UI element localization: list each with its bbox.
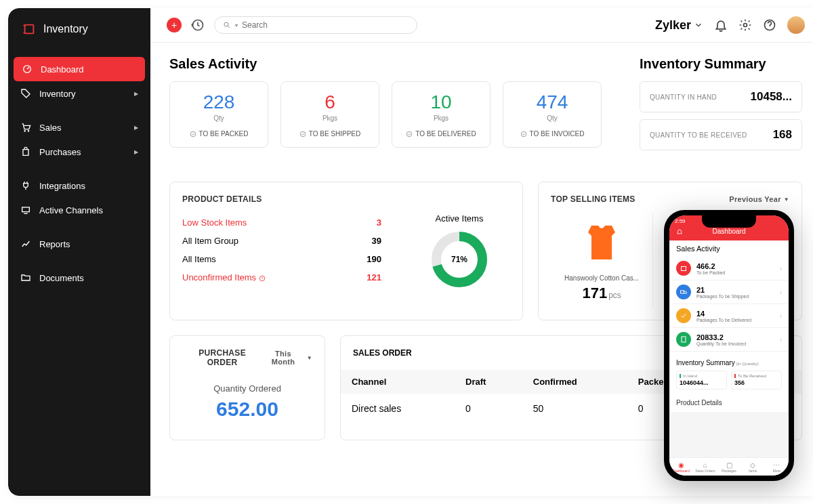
sa-card-invoiced[interactable]: 474 Qty TO BE INVOICED [503,81,602,148]
sa-card-delivered[interactable]: 10 Pkgs TO BE DELIVERED [392,81,491,148]
sa-value: 10 [404,91,478,113]
pd-item-group[interactable]: All Item Group39 [182,232,381,250]
active-items-donut: 71% [429,229,490,290]
ph-tab-sales[interactable]: ⌂Sales Orders [693,461,717,473]
sidebar-item-purchases[interactable]: Purchases ▶ [8,140,150,164]
check-icon [676,308,691,323]
so-td: 50 [522,394,627,423]
search-icon [223,21,231,29]
box-icon [676,261,691,276]
brand-text: Inventory [43,23,88,35]
sidebar-item-label: Dashboard [41,64,84,75]
sidebar-item-label: Sales [39,123,62,133]
top-selling-filter[interactable]: Previous Year ▼ [729,195,789,203]
ph-product-details: Product Details [669,394,789,412]
ts-unit: pcs [608,291,621,300]
svg-point-11 [521,131,526,137]
ph-tabbar: ◉Dashboard ⌂Sales Orders ▢Packages ◇Item… [669,457,789,476]
channel-icon [20,205,31,215]
truck-icon [676,285,691,299]
sidebar-item-reports[interactable]: Reports [8,232,150,256]
sidebar-item-inventory[interactable]: Inventory ▶ [8,81,150,106]
search-box[interactable]: ▾ [214,16,417,34]
ph-tab-items[interactable]: ◇Items [741,461,765,473]
ph-time: 2:59 [675,218,686,224]
so-th: Confirmed [522,370,627,394]
purchase-order-card: PURCHASE ORDER This Month ▼ Quantity Ord… [169,335,325,440]
ph-inv-to-receive: To Be Received 356 [731,371,782,390]
chevron-right-icon: ▶ [134,149,138,155]
chevron-down-icon [694,20,703,30]
sa-label: TO BE SHIPPED [309,130,361,138]
sa-card-shipped[interactable]: 6 Pkgs TO BE SHIPPED [280,81,379,148]
ts-item-1[interactable]: Hanswooly Cotton Cas... 171pcs [551,213,653,308]
inv-value: 168 [773,128,792,142]
sidebar-item-sales[interactable]: Sales ▶ [8,115,150,140]
check-circle-icon [190,131,196,138]
ph-item-shipped[interactable]: 21Packages To be Shipped › [669,280,789,304]
inv-label: QUANTITY IN HAND [650,93,717,101]
search-scope-caret: ▾ [235,22,238,28]
po-filter[interactable]: This Month ▼ [262,350,312,366]
ph-item-invoiced[interactable]: 20833.2Quantity To be Invoiced › [669,328,789,352]
cart-icon: ⌂ [693,461,717,469]
chevron-right-icon: › [780,265,782,272]
box-icon: ▢ [717,461,741,469]
inventory-summary-title: Inventory Summary [640,56,802,72]
sidebar-item-integrations[interactable]: Integrations [8,173,150,198]
tag-icon: ◇ [741,461,765,469]
active-items-label: Active Items [409,213,510,224]
product-details-title: PRODUCT DETAILS [182,194,510,204]
more-icon: ⋯ [765,461,789,469]
ph-tab-dashboard[interactable]: ◉Dashboard [669,461,693,473]
ph-item-delivered[interactable]: 14Packages To be Delivered › [669,304,789,328]
svg-point-6 [744,24,747,27]
ph-header-title: Dashboard [713,228,746,235]
receipt-icon [676,332,691,347]
org-switcher[interactable]: Zylker [655,18,703,33]
sidebar: Inventory Dashboard Inventory ▶ Sales ▶ … [8,8,150,496]
product-details-card: PRODUCT DETAILS Low Stock Items3 All Ite… [169,182,523,320]
sales-activity-section: Sales Activity 228 Qty TO BE PACKED 6 Pk… [169,56,602,157]
tag-icon [20,88,31,99]
brand: Inventory [8,22,150,49]
help-icon[interactable] [763,18,776,32]
sidebar-item-active-channels[interactable]: Active Channels [8,198,150,222]
history-icon[interactable] [191,18,205,32]
chevron-right-icon: ▶ [134,125,138,131]
inv-value: 10458... [751,90,792,104]
so-td: 0 [455,394,522,423]
sidebar-item-dashboard[interactable]: Dashboard [14,57,145,81]
ph-tab-packages[interactable]: ▢Packages [717,461,741,473]
search-input[interactable] [242,20,409,30]
inventory-summary-section: Inventory Summary QUANTITY IN HAND 10458… [640,56,802,157]
ph-tab-more[interactable]: ⋯More [765,461,789,473]
chart-icon [20,238,31,249]
svg-point-8 [190,131,196,137]
pd-unconfirmed[interactable]: Unconfirmed Items 121 [182,268,381,287]
inv-to-receive-row: QUANTITY TO BE RECEIVED 168 [640,119,802,150]
sidebar-item-label: Reports [39,239,70,249]
sa-label: TO BE PACKED [199,130,249,138]
ts-qty: 171 [582,285,607,301]
check-circle-icon [406,131,413,138]
chevron-right-icon: › [780,312,782,320]
po-title: PURCHASE ORDER [182,348,262,367]
sa-card-packed[interactable]: 228 Qty TO BE PACKED [169,81,268,148]
sa-unit: Qty [182,114,255,122]
svg-point-3 [28,131,28,131]
ph-sa-title: Sales Activity [669,240,789,257]
mobile-preview: 2:59 Dashboard Sales Activity 466.2To be… [664,210,794,481]
check-circle-icon [520,131,527,138]
ph-item-packed[interactable]: 466.2To be Packed › [669,257,789,280]
avatar[interactable] [787,16,805,34]
svg-point-10 [407,131,413,137]
sidebar-item-documents[interactable]: Documents [8,266,150,290]
bell-icon[interactable] [714,18,728,32]
pd-all-items[interactable]: All Items190 [182,250,381,268]
so-th: Draft [455,370,522,394]
gear-icon[interactable] [738,18,752,32]
svg-rect-4 [22,207,30,212]
pd-low-stock[interactable]: Low Stock Items3 [182,213,381,232]
add-button[interactable]: + [167,18,182,33]
